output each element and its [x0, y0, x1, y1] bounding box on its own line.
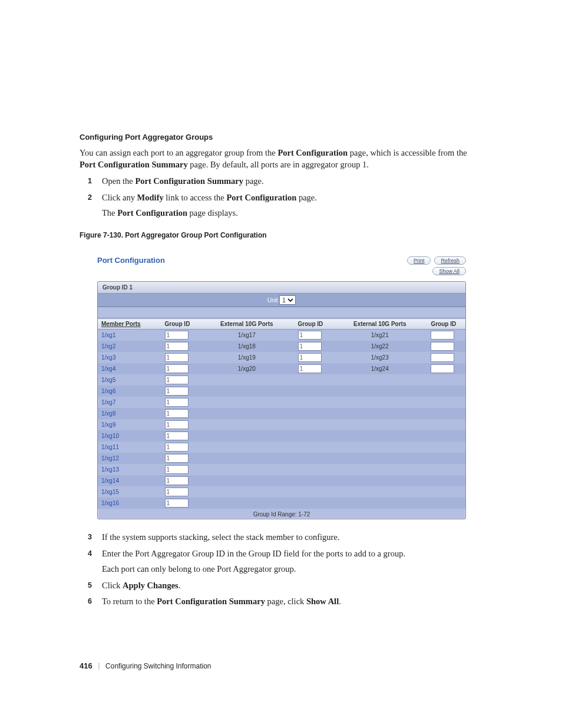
step6-bold: Port Configuration Summary — [157, 597, 265, 606]
member-port-link[interactable]: 1/xg9 — [101, 421, 115, 428]
member-port-link[interactable]: 1/xg8 — [101, 410, 115, 417]
member-port-link[interactable]: 1/xg6 — [101, 388, 115, 394]
step5-post: . — [178, 581, 181, 590]
table-row: 1/xg13 — [98, 464, 465, 475]
group-id-input[interactable] — [165, 487, 189, 496]
step5-pre: Click — [102, 581, 123, 590]
group-id-input[interactable] — [165, 331, 189, 340]
table-row: 1/xg31/xg191/xg23 — [98, 352, 465, 363]
member-port-link[interactable]: 1/xg12 — [101, 455, 119, 462]
group-id-input[interactable] — [165, 499, 189, 508]
step2-pre: Click any — [102, 193, 137, 202]
unit-label: Unit — [267, 297, 278, 304]
section-heading: Configuring Port Aggregator Groups — [80, 133, 482, 141]
group-id-input[interactable] — [165, 364, 189, 373]
step1-pre: Open the — [102, 176, 135, 186]
step2-extra-post: page displays. — [187, 208, 238, 218]
member-port-link[interactable]: 1/xg13 — [101, 466, 119, 473]
table-row: 1/xg15 — [98, 486, 465, 498]
show-all-button[interactable]: Show All — [432, 267, 466, 275]
group-id-input[interactable] — [165, 409, 189, 418]
hdr-gid-1: Group ID — [161, 319, 200, 330]
page-title: Port Configuration — [97, 256, 404, 265]
step-5: Click Apply Changes. — [88, 579, 482, 592]
step2-post: page. — [296, 193, 317, 202]
ports-table: Member Ports Group ID External 10G Ports… — [98, 318, 465, 509]
group-id-input[interactable] — [298, 331, 322, 340]
member-port-link[interactable]: 1/xg1 — [101, 332, 115, 338]
member-port-link[interactable]: 1/xg10 — [101, 433, 119, 439]
step1-post: page. — [243, 176, 264, 186]
group-id-input[interactable] — [165, 342, 189, 351]
step6-pre: To return to the — [102, 597, 157, 606]
group-id-input[interactable] — [431, 364, 454, 373]
port-config-screenshot: Port Configuration Print Refresh Show Al… — [80, 250, 482, 523]
external-port: 1/xg18 — [203, 343, 290, 350]
group-id-input[interactable] — [165, 465, 189, 474]
intro-a: You can assign each port to an aggregato… — [80, 148, 277, 157]
hdr-ext-1: External 10G Ports — [199, 319, 294, 330]
member-port-link[interactable]: 1/xg2 — [101, 343, 115, 350]
member-port-link[interactable]: 1/xg7 — [101, 399, 115, 406]
group-id-input[interactable] — [165, 431, 189, 440]
unit-select[interactable]: 1 — [279, 295, 296, 305]
group-id-input[interactable] — [165, 353, 189, 362]
member-port-link[interactable]: 1/xg15 — [101, 489, 119, 495]
table-row: 1/xg11/xg171/xg21 — [98, 330, 465, 341]
external-port: 1/xg19 — [203, 354, 290, 361]
hdr-gid-2: Group ID — [295, 319, 333, 330]
step2-bold2: Port Configuration — [226, 193, 296, 202]
external-port: 1/xg20 — [203, 365, 290, 372]
group-id-input[interactable] — [431, 331, 454, 340]
step4-extra: Each port can only belong to one Port Ag… — [102, 563, 482, 576]
external-port: 1/xg23 — [336, 354, 424, 361]
member-port-link[interactable]: 1/xg4 — [101, 365, 115, 372]
group-id-input[interactable] — [165, 375, 189, 384]
group-id-input[interactable] — [298, 342, 322, 351]
group-id-input[interactable] — [165, 454, 189, 463]
group-id-input[interactable] — [431, 342, 454, 351]
chapter-title: Configuring Switching Information — [105, 662, 211, 670]
hdr-member: Member Ports — [98, 319, 161, 330]
refresh-button[interactable]: Refresh — [434, 256, 466, 265]
intro-paragraph: You can assign each port to an aggregato… — [80, 147, 482, 170]
table-row: 1/xg41/xg201/xg24 — [98, 363, 465, 374]
step4-text: Enter the Port Aggregator Group ID in th… — [102, 549, 405, 558]
table-row: 1/xg21/xg181/xg22 — [98, 341, 465, 352]
external-port: 1/xg24 — [336, 365, 424, 372]
table-row: 1/xg11 — [98, 442, 465, 453]
step2-extra: The Port Configuration page displays. — [102, 207, 482, 220]
intro-c: page, which is accessible from the — [348, 148, 467, 157]
step2-mid: link to access the — [164, 193, 227, 202]
print-button[interactable]: Print — [407, 256, 431, 265]
footer-separator: | — [98, 661, 100, 670]
step6-bold2: Show All — [306, 597, 339, 606]
group-id-input[interactable] — [298, 353, 322, 362]
group-id-input[interactable] — [165, 476, 189, 485]
step5-bold: Apply Changes — [123, 581, 178, 590]
member-port-link[interactable]: 1/xg16 — [101, 500, 119, 506]
group-id-input[interactable] — [165, 420, 189, 429]
page-number: 416 — [80, 661, 92, 670]
step3-text: If the system supports stacking, select … — [102, 532, 339, 542]
member-port-link[interactable]: 1/xg14 — [101, 477, 119, 484]
step-2: Click any Modify link to access the Port… — [88, 192, 482, 220]
step2-extra-bold: Port Configuration — [117, 208, 187, 218]
group-id-range: Group Id Range: 1-72 — [98, 509, 465, 519]
group-id-input[interactable] — [165, 443, 189, 452]
group-id-input[interactable] — [431, 353, 454, 362]
group-id-input[interactable] — [165, 387, 189, 396]
table-row: 1/xg8 — [98, 408, 465, 419]
step-1: Open the Port Configuration Summary page… — [88, 175, 482, 188]
member-port-link[interactable]: 1/xg3 — [101, 354, 115, 361]
group-id-header: Group ID 1 — [98, 282, 465, 294]
member-port-link[interactable]: 1/xg11 — [101, 444, 119, 450]
table-row: 1/xg12 — [98, 453, 465, 464]
group-id-input[interactable] — [298, 364, 322, 373]
table-row: 1/xg9 — [98, 419, 465, 430]
figure-caption: Figure 7-130. Port Aggregator Group Port… — [80, 231, 482, 239]
group-id-input[interactable] — [165, 398, 189, 407]
intro-d: Port Configuration Summary — [80, 160, 188, 169]
member-port-link[interactable]: 1/xg5 — [101, 377, 115, 383]
step-3: If the system supports stacking, select … — [88, 531, 482, 544]
